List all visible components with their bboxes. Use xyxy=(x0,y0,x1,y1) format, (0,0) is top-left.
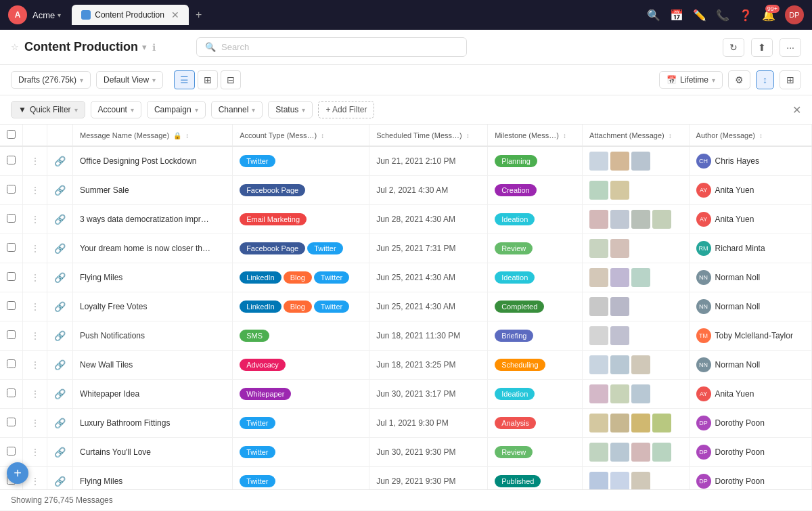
attachment-thumbnail[interactable] xyxy=(631,355,650,374)
row-checkbox-cell[interactable] xyxy=(0,292,23,321)
row-checkbox[interactable] xyxy=(7,156,16,164)
attachment-thumbnail[interactable] xyxy=(631,472,650,489)
row-checkbox-cell[interactable] xyxy=(0,205,23,234)
row-checkbox-cell[interactable] xyxy=(0,351,23,380)
user-avatar[interactable]: DP xyxy=(785,5,804,24)
attachment-thumbnail[interactable] xyxy=(610,268,629,287)
quick-filter-button[interactable]: ▼ Quick Filter ▾ xyxy=(11,101,85,118)
message-name-cell[interactable]: Loyalty Free Votes xyxy=(73,292,233,321)
attachment-thumbnail[interactable] xyxy=(631,384,650,403)
attachment-thumbnail[interactable] xyxy=(631,210,650,229)
board-view-button[interactable]: ⊞ xyxy=(198,70,218,89)
attachment-thumbnail[interactable] xyxy=(652,414,671,432)
message-name-cell[interactable]: Flying Miles xyxy=(73,263,233,292)
attachment-thumbnail[interactable] xyxy=(589,443,608,462)
more-icon[interactable]: ⋮ xyxy=(31,360,39,370)
message-name-cell[interactable]: Summer Sale xyxy=(73,176,233,205)
search-nav-icon[interactable]: 🔍 xyxy=(647,9,660,22)
attachment-thumbnail[interactable] xyxy=(589,472,608,489)
attachment-thumbnail[interactable] xyxy=(589,326,608,345)
attachment-thumbnail[interactable] xyxy=(631,414,650,432)
row-checkbox[interactable] xyxy=(7,214,16,223)
campaign-filter-button[interactable]: Campaign ▾ xyxy=(147,101,206,118)
notification-badge[interactable]: 🔔 99+ xyxy=(762,9,775,22)
row-checkbox-cell[interactable] xyxy=(0,176,23,205)
row-actions-cell[interactable]: ⋮ xyxy=(23,409,47,438)
more-icon[interactable]: ⋮ xyxy=(31,185,39,195)
default-view-dropdown[interactable]: Default View ▾ xyxy=(96,71,163,89)
attachment-thumbnail[interactable] xyxy=(610,472,629,489)
attachment-thumbnail[interactable] xyxy=(631,152,650,171)
row-actions-cell[interactable]: ⋮ xyxy=(23,146,47,176)
row-actions-cell[interactable]: ⋮ xyxy=(23,380,47,409)
more-icon[interactable]: ⋮ xyxy=(31,331,39,340)
row-checkbox-cell[interactable] xyxy=(0,321,23,351)
select-all-header[interactable] xyxy=(0,125,23,146)
row-checkbox[interactable] xyxy=(7,272,16,281)
calendar-nav-icon[interactable]: 📅 xyxy=(670,9,683,22)
milestone-header[interactable]: Milestone (Mess…) ↕ xyxy=(488,125,583,146)
attachment-thumbnail[interactable] xyxy=(610,384,629,403)
filter-view-button[interactable]: ⊟ xyxy=(221,70,241,89)
tab-content-production[interactable]: Content Production ✕ xyxy=(72,5,189,25)
list-view-button[interactable]: ☰ xyxy=(174,70,195,89)
more-options-button[interactable]: ··· xyxy=(780,38,801,57)
search-placeholder[interactable]: Search xyxy=(221,42,249,52)
more-icon[interactable]: ⋮ xyxy=(31,273,39,282)
refresh-button[interactable]: ↻ xyxy=(723,38,744,57)
fab-add-button[interactable]: + xyxy=(7,462,28,484)
attachment-header[interactable]: Attachment (Message) ↕ xyxy=(583,125,689,146)
row-actions-cell[interactable]: ⋮ xyxy=(23,438,47,467)
row-actions-cell[interactable]: ⋮ xyxy=(23,292,47,321)
tab-add-button[interactable]: + xyxy=(189,5,208,25)
select-all-checkbox[interactable] xyxy=(7,130,16,139)
filter-close-button[interactable]: ✕ xyxy=(792,104,801,116)
message-name-cell[interactable]: Luxury Bathroom Fittings xyxy=(73,409,233,438)
message-name-cell[interactable]: Curtains You'll Love xyxy=(73,438,233,467)
row-checkbox[interactable] xyxy=(7,330,16,339)
attachment-thumbnail[interactable] xyxy=(652,210,671,229)
attachment-thumbnail[interactable] xyxy=(589,152,608,171)
attachment-thumbnail[interactable] xyxy=(589,414,608,432)
col-sort-icon[interactable]: ↕ xyxy=(185,132,189,139)
message-name-cell[interactable]: Office Designing Post Lockdown xyxy=(73,146,233,176)
attachment-thumbnail[interactable] xyxy=(589,181,608,200)
row-checkbox[interactable] xyxy=(7,243,16,252)
row-actions-cell[interactable]: ⋮ xyxy=(23,263,47,292)
message-name-cell[interactable]: Flying Miles xyxy=(73,467,233,490)
drafts-dropdown[interactable]: Drafts (276.75k) ▾ xyxy=(11,71,91,89)
row-checkbox[interactable] xyxy=(7,388,16,397)
info-icon[interactable]: ℹ xyxy=(152,42,156,53)
attachment-thumbnail[interactable] xyxy=(589,297,608,316)
attachment-thumbnail[interactable] xyxy=(610,152,629,171)
title-dropdown-icon[interactable]: ▾ xyxy=(142,42,147,52)
row-checkbox-cell[interactable] xyxy=(0,380,23,409)
more-icon[interactable]: ⋮ xyxy=(31,447,39,457)
more-icon[interactable]: ⋮ xyxy=(31,418,39,428)
row-actions-cell[interactable]: ⋮ xyxy=(23,205,47,234)
row-checkbox[interactable] xyxy=(7,447,16,456)
attachment-thumbnail[interactable] xyxy=(631,443,650,462)
favorite-icon[interactable]: ☆ xyxy=(11,42,19,52)
attachment-thumbnail[interactable] xyxy=(610,355,629,374)
scheduled-time-header[interactable]: Scheduled Time (Mess…) ↕ xyxy=(369,125,488,146)
attachment-thumbnail[interactable] xyxy=(589,384,608,403)
row-checkbox-cell[interactable] xyxy=(0,263,23,292)
help-nav-icon[interactable]: ❓ xyxy=(739,9,752,22)
columns-button[interactable]: ⊞ xyxy=(780,70,801,89)
row-checkbox-cell[interactable] xyxy=(0,409,23,438)
row-checkbox[interactable] xyxy=(7,185,16,194)
attachment-thumbnail[interactable] xyxy=(610,443,629,462)
attachment-thumbnail[interactable] xyxy=(652,443,671,462)
message-name-header[interactable]: Message Name (Message) 🔒 ↕ xyxy=(73,125,233,146)
channel-filter-button[interactable]: Channel ▾ xyxy=(211,101,263,118)
attachment-thumbnail[interactable] xyxy=(610,239,629,258)
add-filter-button[interactable]: + Add Filter xyxy=(318,101,374,118)
row-actions-cell[interactable]: ⋮ xyxy=(23,176,47,205)
row-checkbox[interactable] xyxy=(7,418,16,426)
status-filter-button[interactable]: Status ▾ xyxy=(268,101,313,118)
attachment-thumbnail[interactable] xyxy=(610,414,629,432)
sort-button[interactable]: ↕ xyxy=(756,70,774,89)
row-checkbox-cell[interactable] xyxy=(0,146,23,176)
message-name-cell[interactable]: Push Notifications xyxy=(73,321,233,351)
